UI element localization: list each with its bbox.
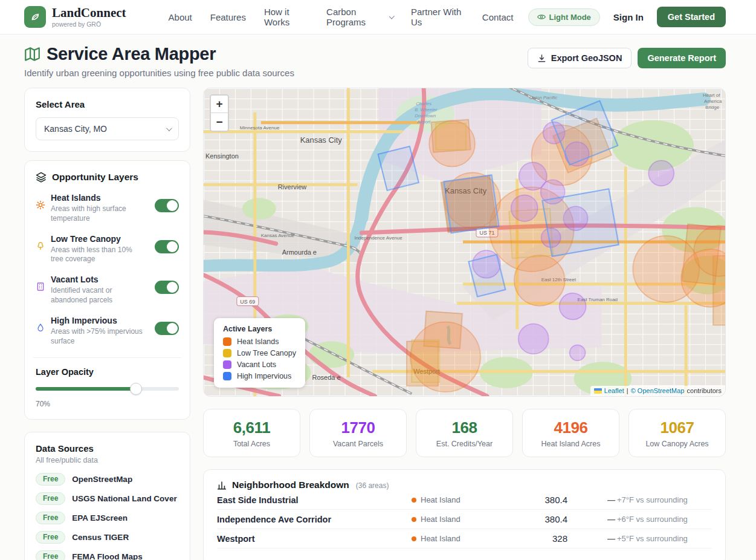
sun-icon	[36, 200, 46, 210]
source-row: Free USGS National Land Cover	[36, 492, 179, 505]
opacity-label: Layer Opacity	[36, 367, 179, 377]
source-row: Free EPA EJScreen	[36, 512, 179, 524]
select-area-label: Select Area	[36, 99, 179, 109]
generate-report-button[interactable]: Generate Report	[638, 48, 726, 68]
leaflet-link[interactable]: Leaflet	[604, 387, 624, 394]
layer-row-vacant-lots: Vacant Lots Identified vacant or abandon…	[36, 275, 179, 305]
legend-item: High Impervious	[223, 372, 296, 380]
heat-island-dot	[412, 498, 416, 503]
source-row: Free FEMA Flood Maps	[36, 550, 179, 560]
stat-total-acres: 6,611 Total Acres	[203, 409, 300, 457]
eye-icon	[537, 13, 546, 21]
svg-text:US 69: US 69	[240, 299, 255, 305]
legend-item: Heat Islands	[223, 337, 296, 346]
brand-tagline: powered by GRŌ	[52, 21, 126, 28]
ukraine-flag-icon	[594, 388, 602, 394]
free-badge: Free	[36, 531, 65, 544]
layer-row-heat-islands: Heat Islands Areas with high surface tem…	[36, 193, 179, 224]
trend-dash: —	[607, 515, 615, 524]
zoom-in-button[interactable]: +	[211, 96, 228, 113]
route-shield-us69: US 69	[237, 297, 259, 306]
tree-icon	[36, 241, 46, 251]
page-title: Service Area Mapper	[47, 44, 216, 64]
map-attribution: Leaflet | © OpenStreetMap contributors	[590, 386, 725, 396]
download-icon	[537, 54, 546, 63]
table-row[interactable]: Independence Ave Corridor Heat Island 38…	[217, 510, 712, 529]
map-icon	[24, 46, 40, 62]
stat-low-canopy-acres: 1067 Low Canopy Acres	[628, 409, 726, 457]
slider-thumb[interactable]	[130, 383, 142, 395]
low-tree-canopy-swatch	[223, 349, 231, 357]
map-canvas[interactable]: Minnesota Avenue Independence Avenue Kan…	[203, 88, 726, 397]
opacity-slider[interactable]	[36, 383, 179, 395]
heat-islands-swatch	[223, 337, 231, 346]
free-badge: Free	[36, 492, 65, 505]
osm-link[interactable]: © OpenStreetMap	[631, 387, 685, 394]
source-row: Free Census TIGER	[36, 531, 179, 544]
map-place-label: Roseda e	[312, 374, 341, 381]
data-sources-title: Data Sources	[36, 443, 179, 454]
nav-how-it-works[interactable]: How it Works	[264, 7, 308, 27]
theme-toggle-button[interactable]: Light Mode	[528, 8, 600, 26]
trend-dash: —	[607, 495, 615, 504]
vacant-lots-toggle[interactable]	[155, 281, 179, 294]
select-area-panel: Select Area Kansas City, MO	[24, 88, 190, 152]
stats-row: 6,611 Total Acres 1770 Vacant Parcels 16…	[203, 409, 726, 457]
stat-heat-island-acres: 4196 Heat Island Acres	[522, 409, 619, 457]
layer-row-high-impervious: High Impervious Areas with >75% impervio…	[36, 316, 179, 347]
stat-vacant-parcels: 1770 Vacant Parcels	[309, 409, 407, 457]
map-place-label: Kensington	[205, 152, 239, 160]
layer-row-low-tree-canopy: Low Tree Canopy Areas with less than 10%…	[36, 234, 179, 265]
heat-islands-toggle[interactable]	[155, 199, 179, 212]
heat-island-dot	[412, 517, 416, 522]
breakdown-count: (36 areas)	[356, 481, 389, 490]
data-sources-subtitle: All free/public data	[36, 456, 179, 464]
main-nav: About Features How it Works Carbon Progr…	[169, 7, 514, 27]
heat-island-dot	[412, 536, 416, 541]
export-geojson-button[interactable]: Export GeoJSON	[528, 48, 632, 68]
page-subtitle: Identify urban greening opportunities us…	[24, 68, 294, 78]
nav-carbon-programs[interactable]: Carbon Programs	[326, 7, 393, 27]
free-badge: Free	[36, 473, 65, 486]
table-row[interactable]: Westport Heat Island 328 — +5°F vs surro…	[217, 529, 712, 549]
legend-item: Vacant Lots	[223, 360, 296, 369]
layers-icon	[36, 172, 47, 183]
brand-logo[interactable]: LandConnect powered by GRŌ	[24, 6, 126, 28]
nav-about[interactable]: About	[169, 12, 192, 22]
get-started-button[interactable]: Get Started	[657, 7, 726, 27]
nav-partner-with-us[interactable]: Partner With Us	[411, 7, 464, 27]
high-impervious-swatch	[223, 372, 231, 380]
active-layers-legend: Active Layers Heat Islands Low Tree Cano…	[214, 318, 305, 388]
high-impervious-toggle[interactable]	[155, 322, 179, 335]
bar-chart-icon	[217, 480, 227, 490]
nav-contact[interactable]: Contact	[482, 12, 514, 22]
chevron-down-icon	[389, 13, 395, 19]
slider-fill	[36, 387, 136, 391]
table-row[interactable]: East Side Industrial Heat Island 380.4 —…	[217, 490, 712, 510]
source-row: Free OpenStreetMap	[36, 473, 179, 486]
legend-item: Low Tree Canopy	[223, 349, 296, 357]
stat-est-credits: 168 Est. Credits/Year	[416, 409, 513, 457]
layers-panel-title: Opportunity Layers	[52, 172, 138, 183]
area-select[interactable]: Kansas City, MO	[36, 117, 179, 140]
map-rail-label: Union Pacific	[529, 95, 558, 100]
area-select-value: Kansas City, MO	[44, 124, 107, 134]
chevron-down-icon	[166, 125, 172, 131]
nav-features[interactable]: Features	[210, 12, 246, 22]
low-tree-canopy-toggle[interactable]	[155, 240, 179, 253]
zoom-out-button[interactable]: −	[211, 113, 228, 131]
data-sources-panel: Data Sources All free/public data Free O…	[24, 432, 190, 560]
neighborhood-breakdown-panel: Neighborhood Breakdown (36 areas) East S…	[203, 469, 726, 560]
map-place-label: Armourda e	[282, 249, 317, 256]
map-street-label: Kansas Avenue	[261, 233, 295, 238]
vacant-lots-swatch	[223, 360, 231, 369]
trend-dash: —	[607, 534, 615, 543]
opacity-value: 70%	[36, 400, 179, 408]
leaf-logo-icon	[24, 6, 46, 28]
sign-in-link[interactable]: Sign In	[613, 12, 644, 22]
opportunity-layers-panel: Opportunity Layers Heat Islands Areas wi…	[24, 160, 190, 420]
breakdown-title: Neighborhood Breakdown	[232, 480, 349, 490]
brand-name: LandConnect	[52, 6, 126, 19]
map-street-label: Independence Avenue	[354, 235, 402, 241]
sidebar: Select Area Kansas City, MO Opportunity …	[24, 88, 190, 560]
